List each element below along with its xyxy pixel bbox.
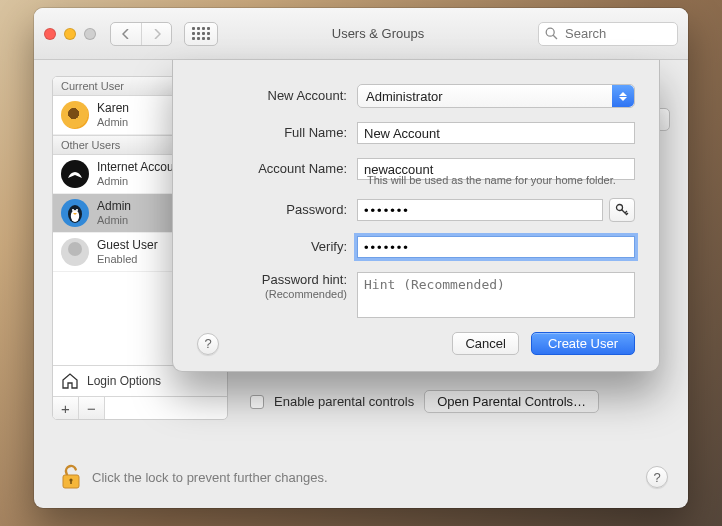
nav-forward-button[interactable]: [141, 23, 171, 45]
open-parental-button[interactable]: Open Parental Controls…: [424, 390, 599, 413]
svg-line-1: [553, 35, 557, 39]
parental-checkbox-label: Enable parental controls: [274, 394, 414, 409]
add-user-button[interactable]: +: [53, 397, 79, 419]
lock-row: Click the lock to prevent further change…: [60, 464, 668, 490]
label-password-hint: Password hint: (Recommended): [197, 272, 357, 301]
lock-text: Click the lock to prevent further change…: [92, 470, 328, 485]
house-icon: [61, 372, 79, 390]
label-verify: Verify:: [197, 239, 357, 255]
search-field[interactable]: [538, 22, 678, 46]
cancel-button[interactable]: Cancel: [452, 332, 518, 355]
avatar-icon: [61, 238, 89, 266]
login-options-label: Login Options: [87, 374, 161, 388]
label-account-name: Account Name:: [197, 161, 357, 177]
account-type-value: Administrator: [366, 89, 443, 104]
search-input[interactable]: [563, 25, 671, 42]
help-button[interactable]: ?: [646, 466, 668, 488]
label-full-name: Full Name:: [197, 125, 357, 141]
parental-checkbox[interactable]: [250, 395, 264, 409]
avatar-icon: [61, 160, 89, 188]
svg-point-4: [72, 209, 74, 211]
password-assistant-button[interactable]: [609, 198, 635, 222]
nav-back-forward: [110, 22, 172, 46]
window-controls: [44, 28, 96, 40]
avatar-icon: [61, 101, 89, 129]
svg-rect-8: [70, 480, 72, 484]
chevron-updown-icon: [612, 85, 634, 107]
password-input[interactable]: [357, 199, 603, 221]
svg-point-3: [71, 210, 79, 222]
search-icon: [545, 27, 558, 40]
full-name-input[interactable]: [357, 122, 635, 144]
nav-back-button[interactable]: [111, 23, 141, 45]
close-window-button[interactable]: [44, 28, 56, 40]
label-new-account: New Account:: [197, 88, 357, 104]
window-title: Users & Groups: [226, 26, 530, 41]
zoom-window-button[interactable]: [84, 28, 96, 40]
user-name: Admin: [97, 200, 131, 213]
user-role: Enabled: [97, 253, 158, 265]
user-role: Admin: [97, 116, 129, 128]
svg-point-5: [76, 209, 78, 211]
password-hint-input[interactable]: [357, 272, 635, 318]
key-icon: [615, 203, 629, 217]
preferences-window: Users & Groups Current User Karen Admin …: [34, 8, 688, 508]
titlebar: Users & Groups: [34, 8, 688, 60]
parental-controls-row: Enable parental controls Open Parental C…: [250, 390, 670, 413]
avatar-icon: [61, 199, 89, 227]
user-name: Karen: [97, 102, 129, 115]
add-remove-row: + −: [53, 396, 227, 419]
minimize-window-button[interactable]: [64, 28, 76, 40]
svg-point-0: [546, 28, 554, 36]
account-type-select[interactable]: Administrator: [357, 84, 635, 108]
new-account-sheet: New Account: Administrator Full Name: Ac…: [172, 60, 660, 372]
sheet-help-button[interactable]: ?: [197, 333, 219, 355]
verify-input[interactable]: [357, 236, 635, 258]
user-name: Guest User: [97, 239, 158, 252]
grid-icon: [192, 27, 210, 40]
create-user-button[interactable]: Create User: [531, 332, 635, 355]
label-password: Password:: [197, 202, 357, 218]
unlock-icon[interactable]: [60, 464, 82, 490]
user-role: Admin: [97, 214, 131, 226]
account-name-hint: This will be used as the name for your h…: [367, 174, 635, 186]
show-all-button[interactable]: [184, 22, 218, 46]
remove-user-button[interactable]: −: [79, 397, 105, 419]
